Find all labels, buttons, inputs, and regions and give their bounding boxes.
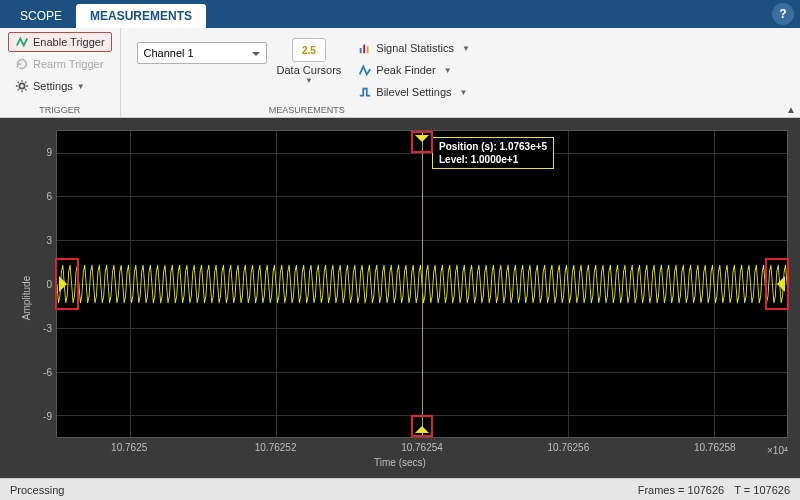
x-tick: 10.76258 [694, 442, 736, 453]
bilevel-icon [358, 85, 372, 99]
callout-box [411, 131, 433, 153]
bars-icon [358, 41, 372, 55]
status-state: Processing [10, 484, 64, 496]
y-tick: 6 [46, 190, 52, 201]
cursor-level-text: Level: 1.0000e+1 [439, 153, 547, 166]
status-frames: Frames = 107626 [638, 484, 725, 496]
cursor-readout: Position (s): 1.0763e+5 Level: 1.0000e+1 [432, 137, 554, 169]
chevron-down-icon: ▼ [305, 76, 313, 85]
peak-finder-label: Peak Finder [376, 64, 435, 76]
data-cursors-icon: 2.5 [292, 38, 326, 62]
data-cursors-button[interactable]: 2.5 Data Cursors ▼ [277, 38, 342, 85]
svg-rect-1 [360, 48, 362, 53]
trigger-settings-label: Settings [33, 80, 73, 92]
bilevel-settings-button[interactable]: Bilevel Settings ▼ [351, 82, 477, 102]
chevron-down-icon: ▼ [444, 66, 452, 75]
help-button[interactable]: ? [772, 3, 794, 25]
x-tick: 10.7625 [111, 442, 147, 453]
peak-icon [358, 63, 372, 77]
peak-finder-button[interactable]: Peak Finder ▼ [351, 60, 477, 80]
y-tick: -6 [43, 367, 52, 378]
svg-rect-2 [364, 45, 366, 54]
callout-box [55, 258, 79, 310]
y-axis-label: Amplitude [21, 276, 32, 320]
rearm-icon [15, 57, 29, 71]
signal-statistics-button[interactable]: Signal Statistics ▼ [351, 38, 477, 58]
y-tick: 9 [46, 146, 52, 157]
y-tick: -9 [43, 411, 52, 422]
svg-rect-3 [367, 46, 369, 53]
enable-trigger-button[interactable]: Enable Trigger [8, 32, 112, 52]
tab-scope[interactable]: SCOPE [6, 4, 76, 28]
cursor-position-text: Position (s): 1.0763e+5 [439, 140, 547, 153]
plot-area[interactable]: Position (s): 1.0763e+5 Level: 1.0000e+1 [56, 130, 788, 438]
rearm-trigger-button[interactable]: Rearm Trigger [8, 54, 112, 74]
y-tick: 3 [46, 234, 52, 245]
x-axis-label: Time (secs) [374, 457, 426, 468]
trigger-cursor-line[interactable] [422, 131, 423, 437]
enable-trigger-label: Enable Trigger [33, 36, 105, 48]
ribbon-group-measurements: Channel 1 2.5 Data Cursors ▼ Signal Stat… [121, 28, 493, 117]
scope-panel: Amplitude Position (s): 1.0763e+5 Level:… [0, 118, 800, 478]
trigger-settings-button[interactable]: Settings ▼ [8, 76, 112, 96]
svg-point-0 [19, 83, 24, 88]
ribbon: Enable Trigger Rearm Trigger Settings ▼ … [0, 28, 800, 118]
status-bar: Processing Frames = 107626 T = 107626 [0, 478, 800, 500]
x-axis-multiplier: ×10⁴ [767, 445, 788, 456]
ribbon-group-trigger: Enable Trigger Rearm Trigger Settings ▼ … [0, 28, 121, 117]
gear-icon [15, 79, 29, 93]
status-time: T = 107626 [734, 484, 790, 496]
signal-statistics-label: Signal Statistics [376, 42, 454, 54]
tab-measurements[interactable]: MEASUREMENTS [76, 4, 206, 28]
chevron-down-icon: ▼ [462, 44, 470, 53]
chevron-down-icon: ▼ [77, 82, 85, 91]
trigger-icon [15, 35, 29, 49]
chevron-down-icon: ▼ [460, 88, 468, 97]
trigger-group-label: TRIGGER [8, 105, 112, 117]
y-tick: 0 [46, 279, 52, 290]
ribbon-collapse-button[interactable]: ▲ [786, 104, 796, 115]
x-tick: 10.76252 [255, 442, 297, 453]
bilevel-settings-label: Bilevel Settings [376, 86, 451, 98]
measurements-group-label: MEASUREMENTS [129, 105, 485, 117]
callout-box [765, 258, 789, 310]
x-tick: 10.76254 [401, 442, 443, 453]
y-tick: -3 [43, 323, 52, 334]
channel-select-value: Channel 1 [144, 47, 194, 59]
callout-box [411, 415, 433, 437]
rearm-trigger-label: Rearm Trigger [33, 58, 103, 70]
data-cursors-label: Data Cursors [277, 64, 342, 76]
channel-select[interactable]: Channel 1 [137, 42, 267, 64]
x-tick: 10.76256 [548, 442, 590, 453]
tab-bar: SCOPE MEASUREMENTS ? [0, 0, 800, 28]
